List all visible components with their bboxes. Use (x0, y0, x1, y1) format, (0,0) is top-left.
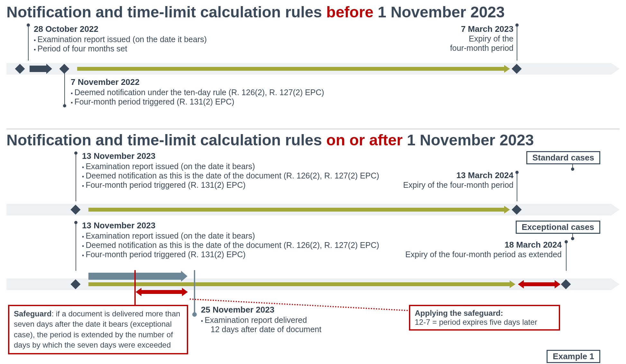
before-issue-b2: Period of four months set (34, 44, 207, 53)
title-after-emph: on or after (326, 132, 403, 149)
exceptional-expiry-sub: Expiry of the four-month period as exten… (382, 250, 562, 259)
before-period-arrow (77, 67, 505, 71)
exceptional-cases-label: Exceptional cases (516, 221, 600, 234)
before-issue-block: 28 October 2022 Examination report issue… (34, 24, 207, 53)
before-deemed-b2: Four-month period triggered (R. 131(2) E… (71, 97, 324, 106)
standard-expiry-date: 13 March 2024 (378, 170, 513, 180)
delivery-dot (192, 312, 197, 317)
title-after: Notification and time-limit calculation … (6, 131, 620, 149)
before-tenday-arrow (30, 66, 47, 72)
standard-expiry-block: 13 March 2024 Expiry of the four-month p… (378, 170, 513, 190)
before-expiry-sub: Expiry of the four-month period (417, 34, 513, 53)
title-after-post: 1 November 2023 (403, 132, 534, 149)
exceptional-label-connector (572, 233, 573, 239)
exceed-arrow (141, 290, 183, 294)
standard-period-arrow (88, 208, 505, 212)
safeguard-label: Safeguard (14, 309, 51, 318)
standard-track (6, 204, 620, 215)
before-deemed-block: 7 November 2022 Deemed notification unde… (71, 77, 324, 106)
title-before-emph: before (326, 4, 374, 21)
delivery-vline (194, 270, 195, 314)
standard-issue-connector (76, 153, 76, 201)
exceptional-track (6, 278, 620, 290)
section-before: Notification and time-limit calculation … (6, 3, 620, 125)
before-track (6, 63, 620, 75)
standard-expiry-sub: Expiry of the four-month period (378, 180, 513, 190)
exceptional-issue-connector (76, 223, 76, 271)
before-issue-connector (28, 25, 29, 60)
exceptional-issue-block: 13 November 2023 Examination report issu… (82, 221, 379, 259)
standard-b1: Examination report issued (on the date i… (82, 162, 379, 171)
exceptional-expiry-block: 18 March 2024 Expiry of the four-month p… (382, 240, 562, 259)
before-expiry-connector (517, 25, 517, 60)
before-deemed-connector (64, 72, 65, 106)
standard-label-connector (572, 164, 573, 169)
applying-text: 12-7 = period expires five days later (415, 318, 537, 326)
example-label: Example 1 (547, 350, 600, 363)
delivered-date: 25 November 2023 (201, 305, 322, 315)
delivered-b2: 12 days after date of document (201, 325, 322, 334)
exceptional-b1: Examination report issued (on the date i… (82, 231, 379, 241)
standard-expiry-connector (517, 172, 517, 201)
before-deemed-date: 7 November 2022 (71, 77, 324, 87)
before-expiry-date: 7 March 2023 (417, 24, 513, 34)
exceptional-expiry-date: 18 March 2024 (382, 240, 562, 250)
title-after-pre: Notification and time-limit calculation … (6, 132, 326, 149)
standard-b2: Deemed notification as this is the date … (82, 171, 379, 180)
section-after: Notification and time-limit calculation … (6, 131, 620, 364)
delivered-block: 25 November 2023 Examination report deli… (201, 305, 322, 334)
exceptional-b3: Four-month period triggered (R. 131(2) E… (82, 250, 379, 259)
title-before: Notification and time-limit calculation … (6, 3, 620, 21)
applying-label: Applying the safeguard: (415, 309, 503, 317)
before-expiry-block: 7 March 2023 Expiry of the four-month pe… (417, 24, 513, 53)
applying-box: Applying the safeguard: 12-7 = period ex… (409, 305, 560, 331)
standard-cases-label: Standard cases (526, 151, 600, 164)
standard-issue-block: 13 November 2023 Examination report issu… (82, 151, 379, 190)
before-issue-b1: Examination report issued (on the date i… (34, 35, 207, 44)
title-before-post: 1 November 2023 (374, 4, 505, 21)
section-divider (6, 129, 620, 129)
delivered-b1: Examination report delivered (201, 315, 322, 325)
exceptional-b2: Deemed notification as this is the date … (82, 241, 379, 250)
exceptional-expiry-connector (566, 242, 567, 271)
standard-issue-date: 13 November 2023 (82, 151, 379, 161)
safeguard-vline (134, 270, 136, 305)
safeguard-box: Safeguard: if a document is delivered mo… (8, 305, 188, 354)
extension-arrow (523, 282, 555, 286)
before-issue-date: 28 October 2022 (34, 24, 207, 34)
exceptional-period-arrow (88, 282, 510, 286)
standard-b3: Four-month period triggered (R. 131(2) E… (82, 180, 379, 190)
before-deemed-b1: Deemed notification under the ten-day ru… (71, 88, 324, 97)
title-before-pre: Notification and time-limit calculation … (6, 4, 326, 21)
exceptional-issue-date: 13 November 2023 (82, 221, 379, 231)
